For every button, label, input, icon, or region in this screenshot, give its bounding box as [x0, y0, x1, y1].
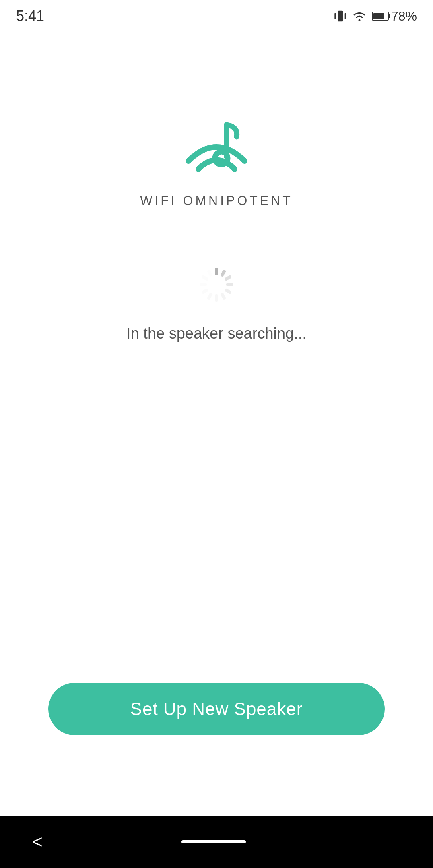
spinner-container: In the speaker searching... — [126, 265, 307, 342]
svg-rect-0 — [338, 11, 343, 22]
setup-new-speaker-button[interactable]: Set Up New Speaker — [48, 683, 385, 735]
svg-point-3 — [358, 19, 360, 21]
battery-fill — [373, 13, 384, 19]
svg-rect-9 — [224, 288, 232, 295]
svg-rect-5 — [215, 268, 218, 275]
status-time: 5:41 — [16, 8, 44, 25]
battery-percent: 78% — [391, 9, 417, 24]
svg-rect-16 — [207, 269, 213, 277]
svg-rect-6 — [220, 269, 227, 277]
searching-text: In the speaker searching... — [126, 325, 307, 342]
wifi-status-icon — [352, 10, 367, 22]
loading-spinner — [196, 265, 237, 305]
status-icons: 78% — [334, 8, 417, 24]
svg-rect-2 — [345, 13, 346, 19]
app-name: WIFI OMNIPOTENT — [140, 193, 293, 208]
vibrate-icon — [334, 8, 347, 24]
svg-rect-10 — [220, 292, 227, 300]
app-logo — [172, 113, 261, 185]
svg-rect-14 — [200, 283, 207, 286]
back-button[interactable]: < — [32, 832, 43, 852]
home-pill[interactable] — [181, 840, 246, 843]
nav-bar: < — [0, 816, 433, 868]
button-container: Set Up New Speaker — [24, 683, 409, 735]
svg-rect-13 — [201, 288, 209, 295]
battery-icon — [372, 12, 389, 21]
battery-container: 78% — [372, 9, 417, 24]
logo-container: WIFI OMNIPOTENT — [140, 113, 293, 208]
svg-rect-7 — [224, 275, 232, 281]
main-content: WIFI OMNIPOTENT — [0, 32, 433, 816]
svg-rect-8 — [226, 283, 233, 286]
svg-rect-12 — [207, 292, 213, 300]
svg-rect-1 — [334, 13, 336, 19]
status-bar: 5:41 78% — [0, 0, 433, 32]
svg-rect-15 — [201, 275, 209, 281]
svg-rect-11 — [215, 294, 218, 302]
